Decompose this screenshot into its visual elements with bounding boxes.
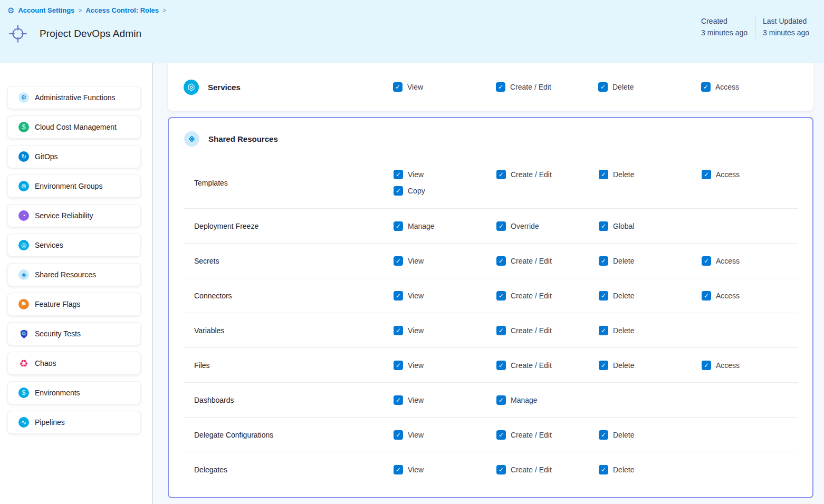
resource-category-sidebar: ⚙ Administrative Functions $ Cloud Cost … — [0, 63, 153, 504]
checkbox-view[interactable] — [394, 361, 403, 370]
permission-cell: Create / Edit — [496, 291, 599, 301]
sidebar-item-feature-flags[interactable]: ⚑ Feature Flags — [7, 293, 141, 316]
checkbox-view[interactable] — [394, 430, 403, 440]
checkbox-delete[interactable] — [599, 326, 608, 335]
breadcrumb-account-settings[interactable]: Account Settings — [18, 6, 74, 14]
permission-label: Delete — [612, 83, 634, 91]
checkbox-manage[interactable] — [496, 395, 506, 405]
checkbox-create-edit[interactable] — [496, 170, 506, 179]
checkbox-override[interactable] — [496, 221, 506, 231]
checkbox-create-edit[interactable] — [496, 326, 506, 335]
permission-cell: View — [394, 256, 496, 266]
checkbox-view[interactable] — [394, 291, 403, 301]
gitops-loop-icon: ↻ — [18, 151, 29, 162]
checkbox-view[interactable] — [394, 395, 403, 405]
checkbox-access[interactable] — [702, 256, 711, 266]
checkbox-access[interactable] — [702, 170, 711, 179]
sidebar-item-label: Administrative Functions — [35, 93, 116, 102]
permission-manage: Manage — [496, 395, 599, 405]
row-connectors: Connectors View Create / Edit Delete Acc… — [169, 278, 812, 313]
permission-label: View — [408, 396, 424, 404]
permission-delete: Delete — [599, 465, 702, 474]
checkbox-create-edit[interactable] — [496, 291, 506, 301]
row-dashboards: Dashboards View Manage — [169, 383, 812, 417]
sidebar-item-label: Services — [35, 241, 63, 249]
content-area: ⚙ Administrative Functions $ Cloud Cost … — [0, 63, 824, 504]
created-block: Created 3 minutes ago — [694, 15, 755, 38]
sidebar-item-services[interactable]: ◎ Services — [7, 234, 141, 257]
chaos-icon: ♻ — [18, 358, 29, 369]
checkbox-view[interactable] — [394, 326, 403, 335]
role-crosshair-icon — [7, 23, 28, 44]
checkbox-delete[interactable] — [599, 361, 608, 370]
sidebar-item-label: Security Tests — [35, 329, 81, 338]
permission-label: Delete — [613, 170, 634, 179]
permission-label: Create / Edit — [511, 170, 552, 179]
permission-label: Create / Edit — [511, 326, 552, 335]
permission-global: Global — [599, 221, 702, 231]
sidebar-item-security-tests[interactable]: Security Tests — [7, 322, 141, 345]
services-hexagon-icon — [184, 80, 199, 95]
checkbox-create-edit[interactable] — [496, 82, 505, 92]
permission-create-edit: Create / Edit — [496, 82, 598, 92]
sidebar-item-label: Environment Groups — [35, 182, 102, 190]
pipelines-icon: ∿ — [18, 417, 29, 428]
checkbox-manage[interactable] — [394, 221, 403, 231]
permission-delete: Delete — [599, 291, 702, 301]
row-secrets: Secrets View Create / Edit Delete Access — [169, 244, 812, 278]
services-hexagon-icon: ◎ — [18, 240, 29, 250]
permission-create-edit: Create / Edit — [496, 361, 599, 370]
checkbox-global[interactable] — [599, 221, 608, 231]
sidebar-item-pipelines[interactable]: ∿ Pipelines — [7, 411, 141, 434]
checkbox-access[interactable] — [701, 82, 711, 92]
checkbox-view[interactable] — [394, 465, 403, 474]
last-updated-block: Last Updated 3 minutes ago — [755, 15, 817, 38]
checkbox-access[interactable] — [702, 361, 711, 370]
permission-label: Override — [511, 222, 539, 230]
checkbox-view[interactable] — [394, 170, 403, 179]
checkbox-create-edit[interactable] — [496, 430, 506, 440]
sidebar-item-service-reliability[interactable]: ◔ Service Reliability — [7, 204, 141, 227]
permission-label: Copy — [408, 187, 425, 195]
checkbox-delete[interactable] — [599, 465, 608, 474]
checkbox-create-edit[interactable] — [496, 256, 506, 266]
permission-cell: View — [394, 326, 496, 335]
sidebar-item-environments[interactable]: $ Environments — [7, 381, 141, 404]
checkbox-delete[interactable] — [599, 291, 608, 301]
checkbox-view[interactable] — [394, 256, 403, 266]
checkbox-delete[interactable] — [599, 170, 608, 179]
permission-delete: Delete — [599, 430, 702, 440]
checkbox-delete[interactable] — [598, 82, 608, 92]
permission-label: Access — [716, 361, 740, 370]
permission-delete: Delete — [598, 82, 701, 92]
permission-view: View — [393, 82, 496, 92]
checkbox-delete[interactable] — [599, 430, 608, 440]
sidebar-item-environment-groups[interactable]: ⊚ Environment Groups — [7, 175, 141, 198]
sidebar-item-chaos[interactable]: ♻ Chaos — [7, 352, 141, 375]
row-files: Files View Create / Edit Delete Access — [169, 348, 812, 382]
checkbox-create-edit[interactable] — [496, 465, 506, 474]
breadcrumb-access-control-roles[interactable]: Access Control: Roles — [85, 6, 159, 14]
checkbox-copy[interactable] — [394, 186, 403, 196]
permission-label: Delete — [613, 257, 634, 265]
feature-flag-icon: ⚑ — [18, 299, 29, 309]
permission-view: View — [394, 430, 496, 440]
resource-name: Templates — [169, 179, 394, 187]
checkbox-delete[interactable] — [599, 256, 608, 266]
checkbox-access[interactable] — [702, 291, 711, 301]
permission-create-edit: Create / Edit — [496, 326, 599, 335]
permission-delete: Delete — [599, 361, 702, 370]
permission-cell: Manage — [394, 221, 496, 231]
permission-label: Access — [716, 292, 740, 300]
sidebar-item-cloud-cost-management[interactable]: $ Cloud Cost Management — [7, 115, 141, 139]
permission-label: View — [407, 83, 423, 91]
sidebar-item-shared-resources[interactable]: ◈ Shared Resources — [7, 263, 141, 286]
permission-create-edit: Create / Edit — [496, 291, 599, 301]
sidebar-item-label: Chaos — [35, 359, 56, 367]
checkbox-view[interactable] — [393, 82, 403, 92]
sidebar-item-administrative-functions[interactable]: ⚙ Administrative Functions — [7, 86, 141, 109]
sidebar-item-gitops[interactable]: ↻ GitOps — [7, 145, 141, 168]
checkbox-create-edit[interactable] — [496, 361, 506, 370]
permission-cell: Create / Edit — [496, 170, 599, 179]
resource-name: Variables — [169, 326, 394, 335]
